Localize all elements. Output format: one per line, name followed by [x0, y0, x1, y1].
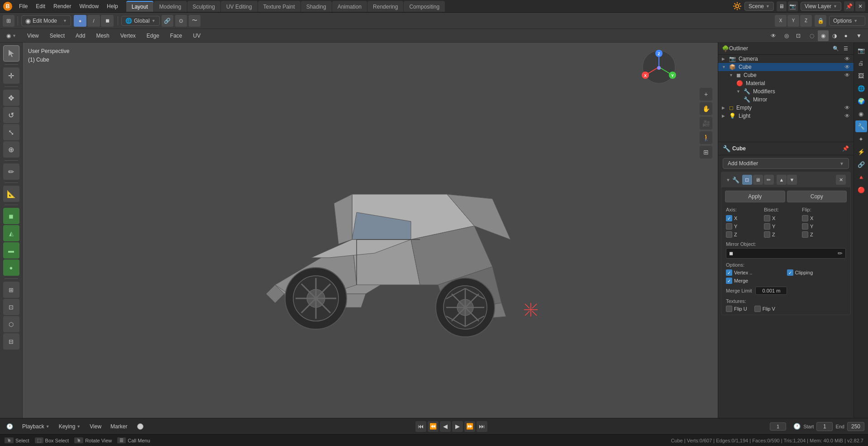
playback-btn[interactable]: Playback ▼: [19, 422, 52, 431]
wire-shading-btn[interactable]: ◌: [806, 30, 817, 41]
axis-x-checkbox[interactable]: ✓: [726, 215, 732, 221]
header-view[interactable]: View: [24, 31, 42, 40]
mirror-object-field[interactable]: ◼ ✏: [726, 248, 846, 259]
bisect-x-checkbox[interactable]: [764, 215, 770, 221]
overlay-btn[interactable]: ◎: [781, 30, 792, 41]
play-btn[interactable]: ▶: [452, 421, 463, 432]
face-select-btn[interactable]: ◼: [101, 15, 114, 27]
camera-icon-top[interactable]: 📷: [788, 1, 798, 11]
lock-y-btn[interactable]: Y: [787, 15, 799, 27]
header-select[interactable]: Select: [47, 31, 67, 40]
pin-icon-top[interactable]: 📌: [844, 1, 854, 11]
menu-render[interactable]: Render: [50, 2, 75, 11]
measure-tool[interactable]: 📐: [3, 186, 19, 202]
rendered-shading-btn[interactable]: ●: [840, 30, 851, 41]
grid-view-btn[interactable]: ⊞: [700, 146, 712, 158]
select-tool[interactable]: [3, 45, 19, 62]
flip-u-checkbox[interactable]: [726, 306, 732, 312]
scale-tool[interactable]: ⤡: [3, 124, 19, 140]
outliner-light[interactable]: ▶ 💡 Light 👁: [718, 112, 854, 120]
solid-shading-btn[interactable]: ◉: [818, 30, 829, 41]
menu-window[interactable]: Window: [76, 2, 102, 11]
outliner-material[interactable]: 🔴 Material: [718, 79, 854, 87]
mod-move-down-btn[interactable]: ▼: [787, 175, 797, 185]
material-props-icon[interactable]: 🔴: [855, 184, 867, 196]
outliner-cube-parent[interactable]: ▼ 📦 Cube 👁: [718, 63, 854, 71]
inset-btn[interactable]: ⊡: [3, 299, 19, 315]
light-visibility-icon[interactable]: 👁: [844, 113, 850, 119]
props-pin-icon[interactable]: 📌: [842, 145, 849, 152]
data-props-icon[interactable]: 🔺: [855, 171, 867, 183]
flip-y-checkbox[interactable]: [802, 223, 808, 230]
shading-options-btn[interactable]: ▼: [854, 30, 864, 41]
timeline-type-icon[interactable]: 🕐: [4, 422, 16, 431]
mod-render-btn[interactable]: 🖥: [753, 175, 763, 185]
axis-z-checkbox[interactable]: [726, 231, 732, 238]
view-layer-selector[interactable]: View Layer ▼: [801, 2, 841, 11]
bisect-y-checkbox[interactable]: [764, 223, 770, 230]
outliner-mirror[interactable]: 🔧 Mirror: [718, 96, 854, 104]
mirror-object-pick-icon[interactable]: ✏: [838, 250, 843, 257]
xray-btn[interactable]: ⊡: [793, 30, 804, 41]
merge-limit-input[interactable]: 0.001 m: [755, 287, 787, 295]
bisect-z-checkbox[interactable]: [764, 231, 770, 238]
start-frame-input[interactable]: 1: [816, 422, 833, 431]
bevel-btn[interactable]: ⬡: [3, 316, 19, 332]
workspace-rendering[interactable]: Rendering: [367, 1, 403, 12]
next-keyframe-btn[interactable]: ⏩: [464, 421, 475, 432]
blender-logo[interactable]: B: [3, 1, 13, 11]
header-add[interactable]: Add: [73, 31, 88, 40]
axis-y-checkbox[interactable]: [726, 223, 732, 230]
outliner-camera[interactable]: ▶ 📷 Camera 👁: [718, 55, 854, 63]
menu-edit[interactable]: Edit: [32, 2, 49, 11]
header-mode-icon[interactable]: ◉ ▼: [4, 32, 19, 40]
edge-select-btn[interactable]: /: [87, 15, 100, 27]
close-icon-top[interactable]: ✕: [855, 1, 865, 11]
output-props-icon[interactable]: 🖨: [855, 57, 867, 69]
render-settings-icon[interactable]: 🖥: [777, 1, 787, 11]
workspace-shading[interactable]: Shading: [301, 1, 332, 12]
mod-move-up-btn[interactable]: ▲: [777, 175, 787, 185]
cube-child-visibility-icon[interactable]: 👁: [844, 72, 850, 78]
falloff-btn[interactable]: 〜: [189, 15, 200, 27]
modifier-props-icon active[interactable]: 🔧: [855, 120, 867, 132]
mod-on-cage-btn[interactable]: ⊡: [742, 175, 752, 185]
transform-selector[interactable]: 🌐 Global ▼: [121, 16, 160, 26]
annotate-tool[interactable]: ✏: [3, 163, 19, 180]
pan-btn[interactable]: ✋: [700, 102, 712, 115]
lock-x-btn[interactable]: X: [775, 15, 787, 27]
workspace-texture-paint[interactable]: Texture Paint: [258, 1, 300, 12]
outliner-cube-child[interactable]: ▼ ◼ Cube 👁: [718, 71, 854, 79]
apply-btn[interactable]: Apply: [725, 191, 785, 202]
cursor-tool[interactable]: ✛: [3, 67, 19, 84]
copy-btn[interactable]: Copy: [787, 191, 847, 202]
add-cone-btn[interactable]: ◭: [3, 225, 19, 241]
workspace-animation[interactable]: Animation: [332, 1, 367, 12]
snap-btn[interactable]: 🔗: [162, 15, 173, 27]
flip-z-checkbox[interactable]: [802, 231, 808, 238]
cube-parent-visibility-icon[interactable]: 👁: [844, 64, 850, 70]
view-timeline-btn[interactable]: View: [87, 422, 104, 431]
workspace-layout[interactable]: Layout: [126, 1, 153, 12]
mod-close-btn[interactable]: ✕: [836, 175, 846, 185]
render-props-icon[interactable]: 📷: [855, 44, 867, 56]
header-edge[interactable]: Edge: [144, 31, 162, 40]
empty-visibility-icon[interactable]: 👁: [844, 105, 850, 111]
menu-file[interactable]: File: [15, 2, 31, 11]
clipping-checkbox[interactable]: ✓: [787, 269, 793, 276]
walk-navigation-btn[interactable]: 🚶: [700, 131, 712, 144]
play-reverse-btn[interactable]: ◀: [440, 421, 451, 432]
flip-v-checkbox[interactable]: [754, 306, 761, 312]
scene-selector[interactable]: Scene ▼: [744, 2, 774, 11]
header-uv[interactable]: UV: [191, 31, 204, 40]
end-frame-input[interactable]: 250: [847, 422, 864, 431]
jump-to-start-btn[interactable]: ⏮: [415, 421, 426, 432]
current-frame-display[interactable]: 1: [770, 422, 786, 431]
marker-btn[interactable]: Marker: [108, 422, 130, 431]
outliner-empty[interactable]: ▶ ◻ Empty 👁: [718, 104, 854, 112]
jump-to-end-btn[interactable]: ⏭: [477, 421, 487, 432]
header-mesh[interactable]: Mesh: [93, 31, 112, 40]
prev-keyframe-btn[interactable]: ⏪: [428, 421, 439, 432]
add-cube-btn[interactable]: ◼: [3, 208, 19, 224]
camera-visibility-icon[interactable]: 👁: [844, 56, 850, 62]
